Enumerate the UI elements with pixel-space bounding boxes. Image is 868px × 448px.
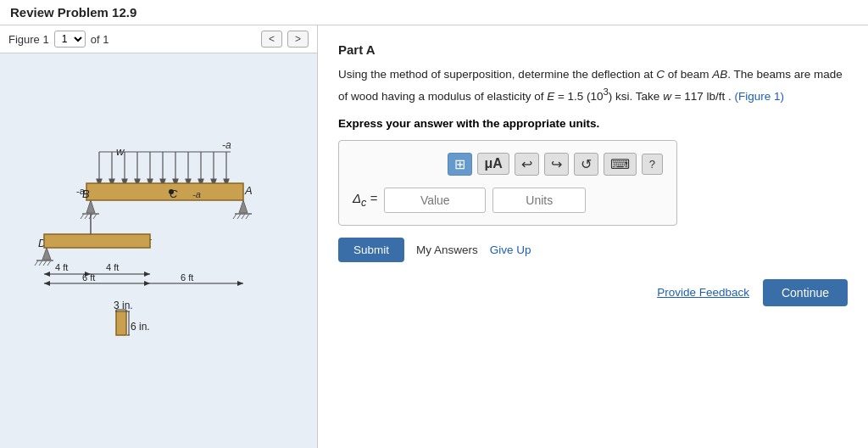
figure-diagram: w (14, 137, 303, 366)
delta-label: Δc = (353, 191, 377, 209)
svg-rect-46 (44, 234, 150, 248)
page-title: Review Problem 12.9 (0, 0, 868, 25)
problem-description: Using the method of superposition, deter… (338, 65, 848, 105)
help-button[interactable]: ? (642, 154, 663, 175)
figure-controls: Figure 1 1 of 1 < > (0, 25, 317, 53)
svg-line-53 (47, 260, 51, 266)
instruction-text: Express your answer with the appropriate… (338, 117, 848, 130)
bottom-row: Provide Feedback Continue (338, 279, 848, 306)
svg-text:-a: -a (222, 139, 231, 151)
submit-button[interactable]: Submit (338, 238, 404, 262)
split-view-button[interactable]: ⊞ (448, 153, 472, 176)
feedback-link[interactable]: Provide Feedback (657, 286, 749, 299)
svg-marker-59 (144, 272, 150, 277)
diagram-area: w (0, 53, 317, 448)
mu-button[interactable]: μA (477, 153, 509, 175)
svg-line-36 (242, 214, 245, 219)
refresh-button[interactable]: ↺ (574, 153, 598, 176)
undo-button[interactable]: ↩ (515, 153, 539, 176)
svg-rect-69 (116, 311, 126, 335)
svg-text:4 ft: 4 ft (106, 262, 119, 272)
answer-box: ⊞ μA ↩ ↪ ↺ ⌨ ? Δc = (338, 140, 677, 226)
value-input[interactable] (384, 188, 486, 213)
part-label: Part A (338, 42, 848, 57)
input-row: Δc = (353, 188, 663, 213)
svg-text:-a: -a (192, 189, 201, 199)
figure-label: Figure 1 (8, 33, 49, 46)
svg-text:-a: -a (76, 186, 86, 196)
right-panel: Part A Using the method of superposition… (318, 25, 868, 448)
figure-counter: of 1 (91, 33, 109, 46)
svg-line-52 (43, 260, 47, 266)
action-row: Submit My Answers Give Up (338, 238, 848, 262)
svg-marker-63 (144, 281, 150, 286)
svg-text:6 ft: 6 ft (82, 272, 95, 283)
svg-line-35 (237, 214, 241, 219)
svg-line-50 (35, 260, 38, 266)
redo-button[interactable]: ↪ (544, 153, 569, 176)
svg-line-41 (85, 214, 88, 219)
continue-button[interactable]: Continue (763, 279, 848, 306)
svg-rect-25 (86, 183, 243, 200)
svg-text:A: A (244, 184, 253, 197)
svg-text:6 ft: 6 ft (181, 272, 193, 283)
svg-marker-32 (239, 200, 248, 213)
svg-point-30 (169, 189, 174, 194)
toolbar-row: ⊞ μA ↩ ↪ ↺ ⌨ ? (353, 153, 663, 176)
svg-marker-66 (237, 281, 243, 286)
svg-text:4 ft: 4 ft (55, 262, 68, 272)
figure-select[interactable]: 1 (54, 31, 86, 48)
svg-line-34 (233, 214, 236, 219)
svg-line-43 (93, 214, 97, 219)
units-input[interactable] (492, 188, 586, 213)
svg-text:6 in.: 6 in. (131, 321, 150, 333)
svg-marker-55 (44, 272, 50, 277)
svg-line-40 (81, 214, 84, 219)
svg-marker-38 (86, 200, 95, 213)
figure-next-button[interactable]: > (287, 31, 309, 48)
left-panel: Figure 1 1 of 1 < > w (0, 25, 318, 448)
give-up-link[interactable]: Give Up (490, 244, 531, 256)
figure-link[interactable]: (Figure 1) (735, 89, 785, 102)
svg-marker-62 (44, 281, 50, 286)
svg-line-37 (246, 214, 249, 219)
svg-marker-48 (42, 248, 51, 260)
svg-line-51 (39, 260, 42, 266)
figure-prev-button[interactable]: < (261, 31, 282, 48)
my-answers-link[interactable]: My Answers (416, 244, 478, 256)
keyboard-button[interactable]: ⌨ (604, 153, 637, 176)
